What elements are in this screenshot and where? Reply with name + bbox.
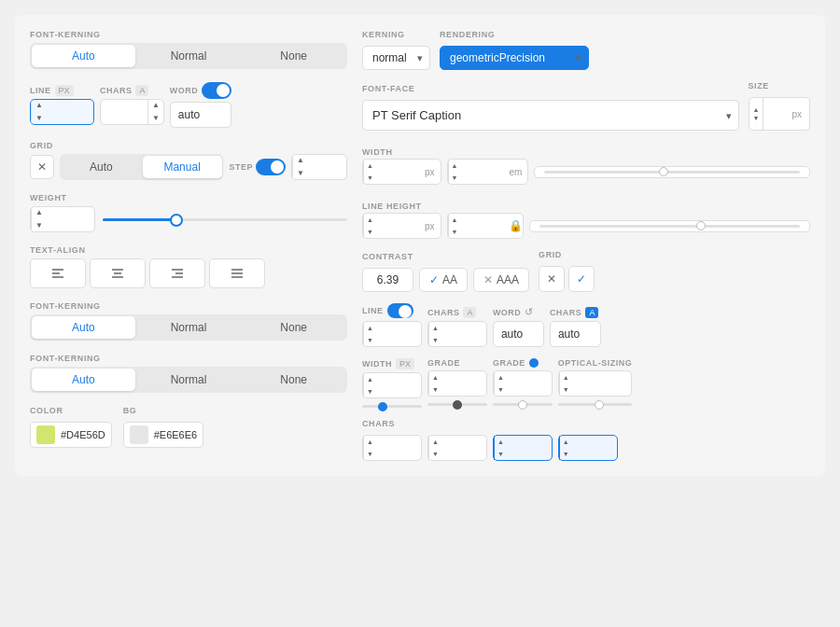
lh-slider-thumb[interactable] (696, 221, 706, 230)
size-spin-down[interactable]: ▼ (749, 114, 763, 122)
line-value[interactable]: -0.01 (47, 105, 93, 118)
width2-spinners[interactable]: ▲ ▼ (363, 373, 376, 397)
rendering-select[interactable]: geometricPrecision auto optimizeSpeed op… (440, 46, 589, 70)
chars2-input[interactable]: ▲ ▼ -0.01 (427, 321, 487, 347)
weight-value[interactable]: 400 (47, 213, 93, 226)
size-input[interactable]: ▲ ▼ 16 px (749, 97, 811, 131)
width2-slider-thumb[interactable] (378, 402, 387, 411)
chars7-input[interactable]: ▲ ▼ -0.01 (558, 435, 618, 461)
weight-slider-thumb[interactable] (170, 214, 183, 227)
weight-slider[interactable] (103, 218, 347, 221)
grid-x-button[interactable]: ✕ (30, 155, 54, 179)
line-spin-down[interactable]: ▼ (32, 112, 47, 125)
chars-spin-up[interactable]: ▲ (148, 99, 163, 112)
grid-auto-btn[interactable]: Auto (62, 156, 141, 178)
chars6-spinners[interactable]: ▲ ▼ (494, 436, 507, 460)
chars5-up[interactable]: ▲ (429, 436, 441, 448)
chars4-down[interactable]: ▼ (364, 448, 376, 460)
width-slider[interactable] (544, 171, 800, 174)
line2-down[interactable]: ▼ (364, 334, 376, 346)
chars6-value[interactable]: -0.01 (507, 441, 552, 454)
chars-spin-down[interactable]: ▼ (148, 112, 163, 125)
width-spin-up-1[interactable]: ▲ (364, 160, 376, 172)
chars2-down[interactable]: ▼ (429, 334, 441, 346)
width2-slider[interactable] (362, 405, 422, 408)
chars4-value[interactable]: 0.01 (376, 441, 421, 454)
line2-toggle[interactable] (387, 303, 413, 318)
align-left-btn[interactable] (30, 258, 86, 288)
chars7-spinners[interactable]: ▲ ▼ (559, 436, 572, 460)
chars6-input[interactable]: ▲ ▼ -0.01 (493, 435, 553, 461)
line2-value[interactable]: -0.01 (376, 327, 421, 341)
grade2-value[interactable]: 0.01 (507, 377, 552, 390)
chars7-down[interactable]: ▼ (560, 448, 572, 460)
grade2-down[interactable]: ▼ (495, 383, 507, 396)
step-input[interactable]: ▲ ▼ 5 px (291, 154, 347, 180)
grade2-slider-thumb[interactable] (518, 400, 527, 410)
line-spinners[interactable]: ▲ ▼ (31, 99, 47, 125)
align-justify-btn[interactable] (209, 258, 265, 288)
step-spinners[interactable]: ▲ ▼ (292, 154, 308, 180)
line2-spinners[interactable]: ▲ ▼ (363, 322, 376, 346)
grade1-slider[interactable] (427, 403, 487, 406)
line2-input[interactable]: ▲ ▼ -0.01 (362, 321, 422, 347)
chars-spinners[interactable]: ▲ ▼ (147, 99, 163, 125)
chars4-up[interactable]: ▲ (364, 436, 376, 448)
font-kerning-none-1[interactable]: None (242, 45, 345, 67)
grade1-spinners[interactable]: ▲ ▼ (428, 371, 441, 396)
width-spin-up-2[interactable]: ▲ (449, 160, 461, 172)
chars2-up[interactable]: ▲ (429, 322, 441, 334)
optical-slider[interactable] (558, 403, 633, 406)
kerning-select[interactable]: normal auto none optical (362, 46, 430, 70)
size-spin-up[interactable]: ▲ (749, 105, 763, 114)
weight-spin-up[interactable]: ▲ (32, 206, 47, 219)
font-kerning-normal-3[interactable]: Normal (137, 369, 241, 391)
font-kerning-normal-1[interactable]: Normal (137, 45, 241, 67)
step-spin-up[interactable]: ▲ (293, 154, 308, 167)
chars-input[interactable]: 0.01 ▲ ▼ (100, 99, 164, 125)
line-spin-up[interactable]: ▲ (32, 99, 47, 112)
width-spin-down-2[interactable]: ▼ (449, 172, 461, 184)
width-slider-wrap[interactable] (534, 166, 810, 178)
grade1-down[interactable]: ▼ (429, 383, 441, 396)
font-kerning-normal-2[interactable]: Normal (137, 316, 241, 339)
width-spinners-1[interactable]: ▲ ▼ (363, 160, 376, 184)
grade2-spinners[interactable]: ▲ ▼ (494, 371, 507, 396)
lh-slider[interactable] (539, 225, 800, 228)
optical-spinners[interactable]: ▲ ▼ (559, 371, 572, 396)
font-kerning-auto-1[interactable]: Auto (32, 45, 135, 67)
grid-manual-btn[interactable]: Manual (143, 156, 222, 178)
grade2-input[interactable]: ▲ ▼ 0.01 (493, 370, 553, 397)
weight-spin-down[interactable]: ▼ (32, 219, 47, 232)
optical-up[interactable]: ▲ (560, 371, 572, 383)
width2-input[interactable]: ▲ ▼ 122 (362, 372, 422, 398)
grid-x-btn-right[interactable]: ✕ (539, 266, 565, 292)
font-kerning-auto-3[interactable]: Auto (32, 369, 135, 391)
color-swatch[interactable] (36, 425, 55, 444)
bg-swatch[interactable] (130, 425, 148, 444)
line-height-px-input[interactable]: ▲ ▼ 91 px (362, 213, 441, 239)
width2-down[interactable]: ▼ (364, 385, 376, 397)
lh-spinners-1[interactable]: ▲ ▼ (363, 214, 376, 238)
size-value[interactable]: 16 (763, 107, 791, 121)
step-spin-down[interactable]: ▼ (293, 167, 308, 180)
lh-spin-up-2[interactable]: ▲ (449, 214, 461, 226)
font-kerning-none-3[interactable]: None (242, 369, 345, 391)
step-toggle[interactable] (256, 159, 286, 175)
chars4-input[interactable]: ▲ ▼ 0.01 (362, 435, 422, 461)
width2-up[interactable]: ▲ (364, 373, 376, 385)
chars5-spinners[interactable]: ▲ ▼ (428, 436, 441, 460)
grade1-slider-thumb[interactable] (453, 400, 462, 410)
lh-spin-down-2[interactable]: ▼ (449, 226, 461, 238)
line-input[interactable]: ▲ ▼ -0.01 (30, 99, 94, 125)
chars2-spinners[interactable]: ▲ ▼ (428, 322, 441, 346)
line-height-px-value[interactable]: 91 (376, 219, 425, 232)
width-spin-down-1[interactable]: ▼ (364, 172, 376, 184)
step-value[interactable]: 5 (308, 160, 347, 174)
chars6-down[interactable]: ▼ (495, 448, 507, 460)
weight-input[interactable]: ▲ ▼ 400 (30, 206, 95, 232)
line-height-ratio-value[interactable]: 2.27 (460, 219, 509, 232)
align-center-btn[interactable] (90, 258, 146, 288)
grade2-slider[interactable] (493, 403, 553, 406)
font-face-select[interactable]: PT Serif Caption Arial Georgia (362, 100, 739, 131)
